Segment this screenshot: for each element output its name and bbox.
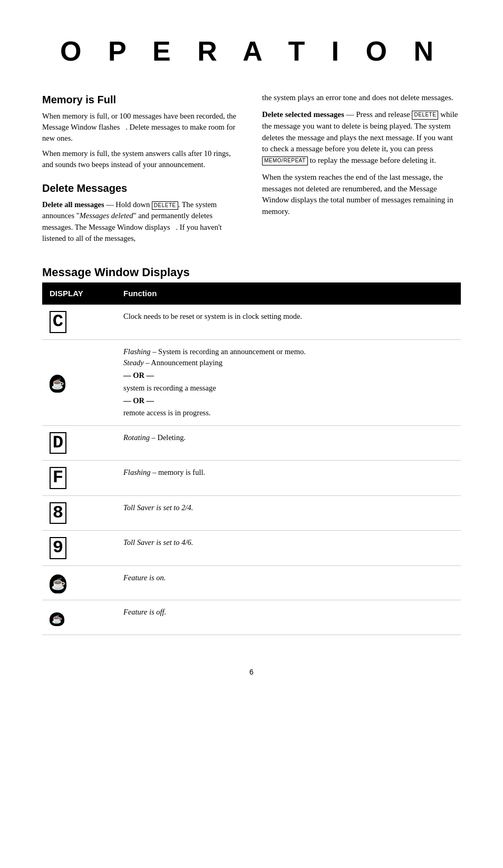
feature-on-text: Feature is on. <box>123 573 166 582</box>
lcd-9-symbol: 9 <box>50 537 66 559</box>
steady-label: Steady – Announcement playing <box>123 358 223 367</box>
table-row: 8 Toll Saver is set to 2/4. <box>42 495 461 530</box>
display-cell-9: 9 <box>42 531 116 565</box>
display-cell-8: 8 <box>42 495 116 530</box>
toll-saver-24-text: Toll Saver is set to 2/4. <box>123 503 193 512</box>
rotating-label: Rotating – Deleting. <box>123 433 186 442</box>
lcd-8-symbol: 8 <box>50 502 66 524</box>
delete-messages-title: Delete Messages <box>42 181 241 196</box>
function-cell-9: Toll Saver is set to 4/6. <box>116 531 461 565</box>
table-row: ☕ Feature is on. <box>42 565 461 600</box>
col-function-header: Function <box>116 282 461 305</box>
delete-messages-section: Delete Messages Delete all messages — Ho… <box>42 181 241 243</box>
mic-small-icon: ☕ <box>50 612 64 626</box>
delete-all-label: Delete all messages <box>42 200 104 209</box>
table-row: 9 Toll Saver is set to 4/6. <box>42 531 461 565</box>
memory-full-p1: When memory is full, or 100 messages hav… <box>42 111 241 144</box>
right-column: the system plays an error tone and does … <box>262 92 461 248</box>
display-cell-mic-small: ☕ <box>42 600 116 635</box>
lcd-c-symbol: C <box>50 311 66 333</box>
delete-selected-label: Delete selected messages <box>262 110 344 119</box>
delete-key-badge-2: DELETE <box>412 111 438 120</box>
remote-access-text: remote access is in progress. <box>123 408 211 417</box>
delete-all-para: Delete all messages — Hold down DELETE. … <box>42 199 241 243</box>
flashing-memory-label: Flashing – memory is full. <box>123 468 205 476</box>
display-cell-mic: ☕ <box>42 339 116 426</box>
memory-full-p2: When memory is full, the system answers … <box>42 148 241 170</box>
col-display-header: DISPLAY <box>42 282 116 305</box>
function-cell-mic: Flashing – System is recording an announ… <box>116 339 461 426</box>
function-cell-c: Clock needs to be reset or system is in … <box>116 305 461 339</box>
page-number: 6 <box>42 667 461 677</box>
display-cell-c: C <box>42 305 116 339</box>
page-title: O P E R A T I O N <box>42 32 461 71</box>
right-col-p3: When the system reaches the end of the l… <box>262 172 461 218</box>
table-row: D Rotating – Deleting. <box>42 426 461 461</box>
mwt-section-title: Message Window Displays <box>42 264 461 281</box>
memo-repeat-key-badge: MEMO/REPEAT <box>262 157 308 165</box>
memory-full-title: Memory is Full <box>42 92 241 108</box>
table-row: C Clock needs to be reset or system is i… <box>42 305 461 339</box>
function-text-c: Clock needs to be reset or system is in … <box>123 312 302 320</box>
function-cell-f: Flashing – memory is full. <box>116 461 461 495</box>
table-row: ☕ Flashing – System is recording an anno… <box>42 339 461 426</box>
memory-full-section: Memory is Full When memory is full, or 1… <box>42 92 241 170</box>
function-cell-8: Toll Saver is set to 2/4. <box>116 495 461 530</box>
recording-msg-text: system is recording a message <box>123 384 216 392</box>
mic-large-icon: ☕ <box>50 574 66 593</box>
function-cell-feature-off: Feature is off. <box>116 600 461 635</box>
flashing-label: Flashing – System is recording an announ… <box>123 347 306 356</box>
message-window-displays-section: Message Window Displays DISPLAY Function… <box>42 264 461 635</box>
mic-icon-large: ☕ <box>50 375 65 393</box>
or-line-2: — OR — <box>123 395 453 407</box>
function-cell-d: Rotating – Deleting. <box>116 426 461 461</box>
lcd-f-symbol: F <box>50 467 66 489</box>
table-header-row: DISPLAY Function <box>42 282 461 305</box>
lcd-d-symbol: D <box>50 432 66 454</box>
display-cell-f: F <box>42 461 116 495</box>
left-column: Memory is Full When memory is full, or 1… <box>42 92 241 248</box>
right-col-p1: the system plays an error tone and does … <box>262 92 461 104</box>
delete-key-badge: DELETE <box>152 201 178 210</box>
display-cell-mic-large: ☕ <box>42 565 116 600</box>
table-row: F Flashing – memory is full. <box>42 461 461 495</box>
feature-off-text: Feature is off. <box>123 608 166 616</box>
display-table: DISPLAY Function C Clock needs to be res… <box>42 282 461 635</box>
delete-selected-para: Delete selected messages — Press and rel… <box>262 109 461 167</box>
or-line-1: — OR — <box>123 370 453 382</box>
function-cell-feature-on: Feature is on. <box>116 565 461 600</box>
display-cell-d: D <box>42 426 116 461</box>
table-row: ☕ Feature is off. <box>42 600 461 635</box>
toll-saver-46-text: Toll Saver is set to 4/6. <box>123 538 193 547</box>
